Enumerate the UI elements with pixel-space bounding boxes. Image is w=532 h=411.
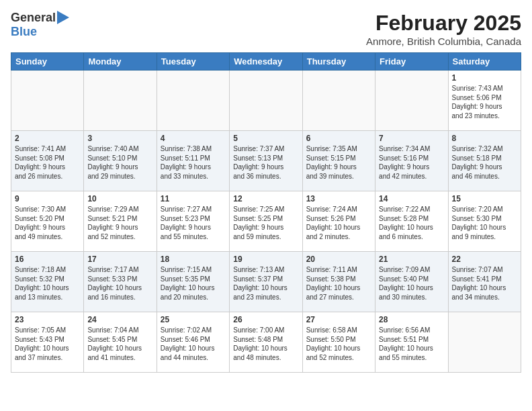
day-info: Sunrise: 7:04 AM Sunset: 5:45 PM Dayligh… — [87, 326, 152, 362]
calendar-cell: 7Sunrise: 7:34 AM Sunset: 5:16 PM Daylig… — [375, 131, 448, 191]
day-info: Sunrise: 7:24 AM Sunset: 5:26 PM Dayligh… — [306, 205, 371, 241]
calendar-cell: 10Sunrise: 7:29 AM Sunset: 5:21 PM Dayli… — [84, 191, 157, 252]
day-info: Sunrise: 7:11 AM Sunset: 5:38 PM Dayligh… — [306, 265, 371, 302]
calendar-cell: 20Sunrise: 7:11 AM Sunset: 5:38 PM Dayli… — [302, 252, 375, 312]
day-info: Sunrise: 7:38 AM Sunset: 5:11 PM Dayligh… — [161, 144, 226, 181]
day-number: 20 — [306, 255, 371, 264]
day-info: Sunrise: 7:02 AM Sunset: 5:46 PM Dayligh… — [161, 326, 226, 362]
day-number: 16 — [15, 255, 80, 264]
day-number: 18 — [161, 255, 226, 264]
day-info: Sunrise: 7:41 AM Sunset: 5:08 PM Dayligh… — [15, 144, 80, 181]
day-number: 9 — [15, 194, 80, 203]
calendar-cell: 15Sunrise: 7:20 AM Sunset: 5:30 PM Dayli… — [448, 191, 521, 252]
day-number: 1 — [452, 73, 517, 83]
day-number: 7 — [379, 134, 444, 143]
day-number: 26 — [233, 315, 298, 324]
day-number: 28 — [379, 315, 444, 324]
weekday-header: Thursday — [302, 53, 375, 71]
calendar-cell: 4Sunrise: 7:38 AM Sunset: 5:11 PM Daylig… — [157, 131, 229, 191]
calendar-cell — [11, 71, 84, 131]
calendar-week-row: 16Sunrise: 7:18 AM Sunset: 5:32 PM Dayli… — [11, 252, 521, 312]
day-info: Sunrise: 7:27 AM Sunset: 5:23 PM Dayligh… — [161, 205, 226, 241]
location-text: Anmore, British Columbia, Canada — [366, 36, 521, 47]
calendar-cell: 12Sunrise: 7:25 AM Sunset: 5:25 PM Dayli… — [230, 191, 302, 252]
weekday-header: Monday — [84, 53, 157, 71]
day-number: 24 — [87, 315, 152, 324]
day-number: 17 — [87, 255, 152, 264]
calendar-cell: 11Sunrise: 7:27 AM Sunset: 5:23 PM Dayli… — [157, 191, 229, 252]
weekday-header: Sunday — [11, 53, 84, 71]
day-number: 25 — [161, 315, 226, 324]
calendar-header-row: SundayMondayTuesdayWednesdayThursdayFrid… — [11, 53, 521, 71]
calendar-cell: 24Sunrise: 7:04 AM Sunset: 5:45 PM Dayli… — [84, 312, 157, 373]
day-number: 11 — [161, 194, 226, 203]
day-info: Sunrise: 7:07 AM Sunset: 5:41 PM Dayligh… — [452, 265, 517, 302]
calendar-week-row: 9Sunrise: 7:30 AM Sunset: 5:20 PM Daylig… — [11, 191, 521, 252]
day-number: 19 — [233, 255, 298, 264]
weekday-header: Tuesday — [157, 53, 229, 71]
day-info: Sunrise: 6:56 AM Sunset: 5:51 PM Dayligh… — [379, 326, 444, 362]
calendar-cell: 3Sunrise: 7:40 AM Sunset: 5:10 PM Daylig… — [84, 131, 157, 191]
day-info: Sunrise: 7:35 AM Sunset: 5:15 PM Dayligh… — [306, 144, 371, 181]
logo-blue-text: Blue — [11, 25, 37, 39]
weekday-header: Wednesday — [230, 53, 302, 71]
calendar-cell — [375, 71, 448, 131]
calendar-cell: 28Sunrise: 6:56 AM Sunset: 5:51 PM Dayli… — [375, 312, 448, 373]
day-info: Sunrise: 7:17 AM Sunset: 5:33 PM Dayligh… — [87, 265, 152, 302]
day-number: 2 — [15, 134, 80, 143]
day-info: Sunrise: 7:32 AM Sunset: 5:18 PM Dayligh… — [452, 144, 517, 181]
logo-arrow-icon — [57, 11, 69, 24]
day-info: Sunrise: 7:37 AM Sunset: 5:13 PM Dayligh… — [233, 144, 298, 181]
day-info: Sunrise: 7:29 AM Sunset: 5:21 PM Dayligh… — [87, 205, 152, 241]
calendar-cell: 14Sunrise: 7:22 AM Sunset: 5:28 PM Dayli… — [375, 191, 448, 252]
day-number: 6 — [306, 134, 371, 143]
calendar-cell: 2Sunrise: 7:41 AM Sunset: 5:08 PM Daylig… — [11, 131, 84, 191]
calendar-cell: 16Sunrise: 7:18 AM Sunset: 5:32 PM Dayli… — [11, 252, 84, 312]
day-number: 3 — [87, 134, 152, 143]
calendar-cell: 1Sunrise: 7:43 AM Sunset: 5:06 PM Daylig… — [448, 71, 521, 131]
logo: General Blue — [11, 11, 69, 39]
day-info: Sunrise: 7:25 AM Sunset: 5:25 PM Dayligh… — [233, 205, 298, 241]
page-header: General Blue February 2025 Anmore, Briti… — [11, 11, 521, 47]
day-number: 10 — [87, 194, 152, 203]
calendar-cell — [230, 71, 302, 131]
weekday-header: Saturday — [448, 53, 521, 71]
day-number: 21 — [379, 255, 444, 264]
calendar-cell: 26Sunrise: 7:00 AM Sunset: 5:48 PM Dayli… — [230, 312, 302, 373]
calendar-cell — [302, 71, 375, 131]
calendar-cell: 9Sunrise: 7:30 AM Sunset: 5:20 PM Daylig… — [11, 191, 84, 252]
day-number: 4 — [161, 134, 226, 143]
logo-general-text: General — [11, 11, 56, 25]
day-info: Sunrise: 7:15 AM Sunset: 5:35 PM Dayligh… — [161, 265, 226, 302]
day-number: 5 — [233, 134, 298, 143]
day-number: 13 — [306, 194, 371, 203]
calendar-week-row: 1Sunrise: 7:43 AM Sunset: 5:06 PM Daylig… — [11, 71, 521, 131]
day-number: 15 — [452, 194, 517, 203]
day-info: Sunrise: 7:34 AM Sunset: 5:16 PM Dayligh… — [379, 144, 444, 181]
day-info: Sunrise: 6:58 AM Sunset: 5:50 PM Dayligh… — [306, 326, 371, 362]
day-info: Sunrise: 7:20 AM Sunset: 5:30 PM Dayligh… — [452, 205, 517, 241]
title-block: February 2025 Anmore, British Columbia, … — [366, 11, 521, 47]
day-number: 23 — [15, 315, 80, 324]
calendar-week-row: 23Sunrise: 7:05 AM Sunset: 5:43 PM Dayli… — [11, 312, 521, 373]
calendar-cell: 27Sunrise: 6:58 AM Sunset: 5:50 PM Dayli… — [302, 312, 375, 373]
calendar-cell — [448, 312, 521, 373]
calendar-cell: 5Sunrise: 7:37 AM Sunset: 5:13 PM Daylig… — [230, 131, 302, 191]
calendar-cell: 8Sunrise: 7:32 AM Sunset: 5:18 PM Daylig… — [448, 131, 521, 191]
calendar-cell: 6Sunrise: 7:35 AM Sunset: 5:15 PM Daylig… — [302, 131, 375, 191]
calendar-cell — [84, 71, 157, 131]
day-number: 8 — [452, 134, 517, 143]
day-info: Sunrise: 7:30 AM Sunset: 5:20 PM Dayligh… — [15, 205, 80, 241]
calendar-cell: 25Sunrise: 7:02 AM Sunset: 5:46 PM Dayli… — [157, 312, 229, 373]
day-number: 14 — [379, 194, 444, 203]
calendar-cell: 21Sunrise: 7:09 AM Sunset: 5:40 PM Dayli… — [375, 252, 448, 312]
day-info: Sunrise: 7:40 AM Sunset: 5:10 PM Dayligh… — [87, 144, 152, 181]
day-info: Sunrise: 7:43 AM Sunset: 5:06 PM Dayligh… — [452, 84, 517, 120]
calendar-table: SundayMondayTuesdayWednesdayThursdayFrid… — [11, 52, 521, 373]
calendar-cell: 23Sunrise: 7:05 AM Sunset: 5:43 PM Dayli… — [11, 312, 84, 373]
calendar-cell: 22Sunrise: 7:07 AM Sunset: 5:41 PM Dayli… — [448, 252, 521, 312]
day-info: Sunrise: 7:13 AM Sunset: 5:37 PM Dayligh… — [233, 265, 298, 302]
calendar-cell: 17Sunrise: 7:17 AM Sunset: 5:33 PM Dayli… — [84, 252, 157, 312]
day-info: Sunrise: 7:09 AM Sunset: 5:40 PM Dayligh… — [379, 265, 444, 302]
day-info: Sunrise: 7:00 AM Sunset: 5:48 PM Dayligh… — [233, 326, 298, 362]
